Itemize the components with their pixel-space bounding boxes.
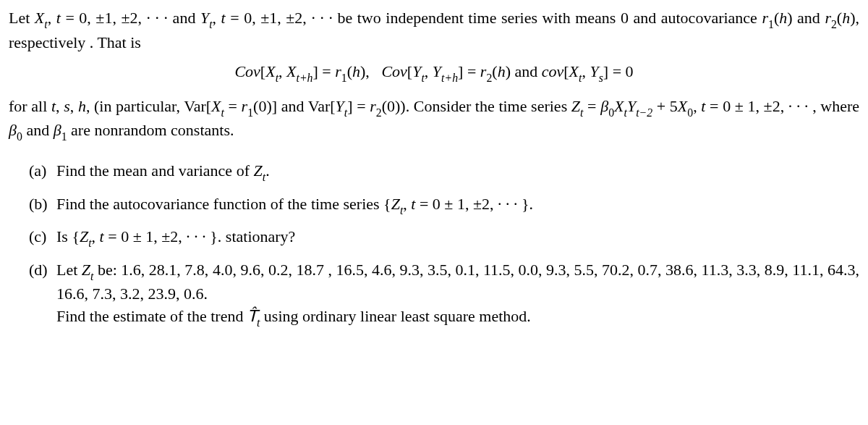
item-d: (d) Let Zt be: 1.6, 28.1, 7.8, 4.0, 9.6,… [29,259,859,330]
item-a-marker: (a) [29,160,56,185]
item-d-line2: Find the estimate of the trend T̂t using… [56,306,859,330]
intro-paragraph-1: Let Xt, t = 0, ±1, ±2, · · · and Yt, t =… [9,7,859,54]
item-b: (b) Find the autocovariance function of … [29,193,859,218]
equation-text: Cov[Xt, Xt+h] = r1(h), Cov[Yt, Yt+h] = r… [234,62,633,80]
item-c-content: Is {Zt, t = 0 ± 1, ±2, · · · }. stationa… [56,226,859,251]
item-a: (a) Find the mean and variance of Zt. [29,160,859,185]
item-b-content: Find the autocovariance function of the … [56,193,859,218]
item-d-content: Let Zt be: 1.6, 28.1, 7.8, 4.0, 9.6, 0.2… [56,259,859,330]
item-d-marker: (d) [29,259,56,330]
intro-paragraph-2: for all t, s, h, (in particular, Var[Xt … [9,96,859,144]
intro-text-2: for all t, s, h, (in particular, Var[Xt … [9,97,859,140]
question-list: (a) Find the mean and variance of Zt. (b… [9,160,859,330]
item-c: (c) Is {Zt, t = 0 ± 1, ±2, · · · }. stat… [29,226,859,251]
centered-equation: Cov[Xt, Xt+h] = r1(h), Cov[Yt, Yt+h] = r… [9,61,859,85]
item-c-marker: (c) [29,226,56,251]
item-a-content: Find the mean and variance of Zt. [56,160,859,185]
intro-text-1: Let Xt, t = 0, ±1, ±2, · · · and Yt, t =… [9,9,859,51]
item-b-marker: (b) [29,193,56,218]
item-d-line1: Let Zt be: 1.6, 28.1, 7.8, 4.0, 9.6, 0.2… [56,259,859,306]
